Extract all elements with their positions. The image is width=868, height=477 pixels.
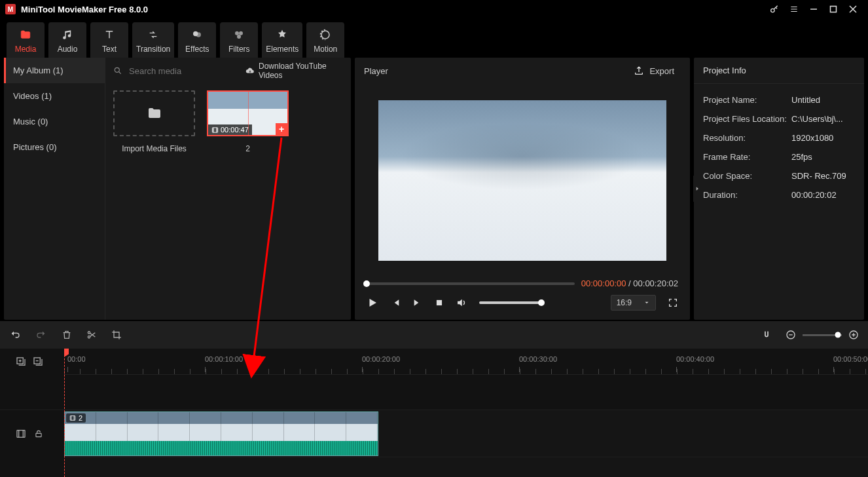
ruler-tick: 00:00:50:00 <box>833 355 868 363</box>
split-button[interactable] <box>86 330 97 340</box>
motion-icon <box>310 28 340 42</box>
download-youtube-label: Download YouTube Videos <box>259 62 343 80</box>
volume-slider[interactable] <box>479 301 541 304</box>
time-total: 00:00:20:02 <box>633 278 678 288</box>
svg-point-6 <box>237 35 241 39</box>
info-duration-label: Duration: <box>703 190 791 200</box>
zoom-slider[interactable] <box>803 334 842 336</box>
redo-button[interactable] <box>35 330 47 340</box>
video-track-lane[interactable]: 2 <box>64 410 868 457</box>
audio-track-lane[interactable] <box>64 457 868 477</box>
minimize-icon[interactable] <box>804 0 823 18</box>
download-youtube-link[interactable]: Download YouTube Videos <box>245 62 343 80</box>
prev-frame-button[interactable] <box>390 297 401 308</box>
media-thumb[interactable]: 00:00:47 + 2 <box>207 90 289 153</box>
film-icon <box>211 126 219 134</box>
playhead[interactable] <box>64 349 65 477</box>
svg-rect-17 <box>17 430 25 438</box>
svg-point-3 <box>196 32 202 37</box>
zoom-in-button[interactable] <box>848 330 859 340</box>
remove-track-button[interactable] <box>33 356 43 367</box>
tab-elements[interactable]: Elements <box>262 22 302 58</box>
tab-effects[interactable]: Effects <box>178 22 216 58</box>
search-input[interactable] <box>129 66 239 76</box>
play-button[interactable] <box>367 297 378 309</box>
app-title: MiniTool MovieMaker Free 8.0.0 <box>21 5 765 14</box>
timeline: 00:00 00:00:10:00 00:00:20:00 00:00:30:0… <box>0 349 868 477</box>
video-track-head <box>0 410 64 457</box>
filters-icon <box>224 28 254 42</box>
tab-transition[interactable]: Transition <box>132 22 174 58</box>
media-cat-videos[interactable]: Videos (1) <box>4 83 105 109</box>
text-icon <box>94 28 124 42</box>
tab-media[interactable]: Media <box>7 22 45 58</box>
media-panel: My Album (1) Videos (1) Music (0) Pictur… <box>4 58 351 320</box>
activate-key-icon[interactable] <box>765 0 784 18</box>
svg-rect-10 <box>437 300 442 305</box>
music-note-icon <box>52 28 82 42</box>
tab-motion[interactable]: Motion <box>306 22 344 58</box>
tab-text[interactable]: Text <box>90 22 128 58</box>
scrub-slider[interactable] <box>367 282 575 285</box>
video-clip[interactable]: 2 <box>64 411 378 456</box>
zoom-out-button[interactable] <box>786 330 796 340</box>
undo-button[interactable] <box>9 330 21 340</box>
crop-button[interactable] <box>111 330 122 340</box>
delete-button[interactable] <box>62 330 72 340</box>
ruler-tick: 00:00:40:00 <box>676 355 714 363</box>
next-frame-button[interactable] <box>412 297 423 308</box>
tab-transition-label: Transition <box>136 45 170 54</box>
aspect-select[interactable]: 16:9 <box>611 295 656 311</box>
ruler-tick: 00:00:10:00 <box>205 355 243 363</box>
zoom-handle[interactable] <box>835 332 841 338</box>
snap-button[interactable] <box>762 330 771 339</box>
tab-elements-label: Elements <box>266 45 298 54</box>
tab-audio-label: Audio <box>52 45 82 54</box>
maximize-icon[interactable] <box>823 0 843 18</box>
timeline-ruler[interactable]: 00:00 00:00:10:00 00:00:20:00 00:00:30:0… <box>64 349 868 375</box>
fullscreen-button[interactable] <box>668 297 678 308</box>
search-icon <box>113 66 122 75</box>
media-cat-my-album[interactable]: My Album (1) <box>4 58 105 83</box>
tab-filters[interactable]: Filters <box>220 22 258 58</box>
info-frame-rate-value: 25fps <box>791 152 855 162</box>
tab-effects-label: Effects <box>182 45 212 54</box>
video-track-lock-button[interactable] <box>34 429 43 438</box>
info-color-space-label: Color Space: <box>703 171 791 181</box>
cloud-download-icon <box>245 66 255 75</box>
menu-icon[interactable] <box>784 0 804 18</box>
clip-badge: 2 <box>66 413 86 423</box>
transition-icon <box>136 28 170 42</box>
info-resolution-value: 1920x1080 <box>791 133 855 143</box>
tab-media-label: Media <box>10 45 41 54</box>
add-track-button[interactable] <box>16 356 26 367</box>
export-button[interactable]: Export <box>627 62 681 80</box>
volume-icon[interactable] <box>456 297 467 309</box>
import-slot[interactable]: Import Media Files <box>113 90 195 153</box>
ruler-tick: 00:00:20:00 <box>362 355 400 363</box>
svg-point-8 <box>115 67 119 72</box>
video-track-icon <box>16 429 26 439</box>
svg-rect-9 <box>212 127 217 132</box>
timeline-toolbar <box>0 321 868 349</box>
tab-audio[interactable]: Audio <box>48 22 86 58</box>
media-cat-music[interactable]: Music (0) <box>4 109 105 134</box>
stop-button[interactable] <box>435 298 444 307</box>
tab-filters-label: Filters <box>224 45 254 54</box>
info-duration-value: 00:00:20:02 <box>791 190 855 200</box>
media-cat-pictures[interactable]: Pictures (0) <box>4 134 105 160</box>
chevron-down-icon <box>643 299 650 306</box>
svg-rect-20 <box>70 416 75 421</box>
folder-plus-icon <box>145 105 164 121</box>
add-to-timeline-button[interactable]: + <box>276 123 287 135</box>
close-icon[interactable] <box>843 0 863 18</box>
volume-handle[interactable] <box>538 299 545 306</box>
audio-track-head <box>0 457 64 477</box>
tool-tabs: Media Audio Text Transition Effects Filt… <box>0 18 868 58</box>
elements-icon <box>266 28 298 42</box>
collapse-info-button[interactable] <box>693 176 701 202</box>
titlebar: M MiniTool MovieMaker Free 8.0.0 <box>0 0 868 18</box>
scrub-handle[interactable] <box>363 280 370 287</box>
info-frame-rate-label: Frame Rate: <box>703 152 791 162</box>
svg-point-0 <box>771 9 774 12</box>
